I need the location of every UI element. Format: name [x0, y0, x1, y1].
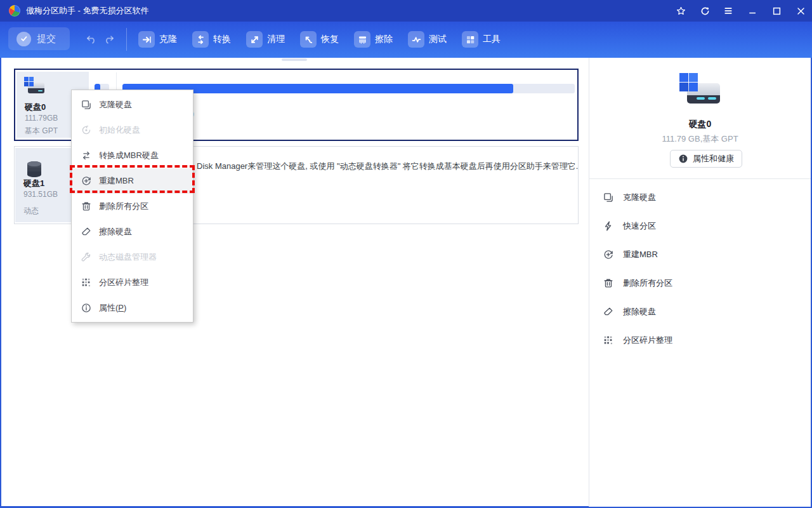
app-logo-icon [9, 5, 20, 17]
initialize-disk-icon [81, 124, 92, 136]
clean-icon [246, 31, 263, 48]
toolbar-recover-button[interactable]: 恢复 [300, 31, 339, 48]
horizontal-scrollbar-thumb[interactable] [282, 58, 307, 61]
disk0-icon [24, 77, 46, 97]
quick-partition-icon [603, 220, 614, 232]
menu-item-wipe-disk[interactable]: 擦除硬盘 [72, 219, 193, 244]
test-icon [408, 31, 424, 48]
properties-health-button[interactable]: 属性和健康 [670, 150, 742, 168]
properties-icon [81, 302, 92, 314]
toolbar-convert-label: 转换 [213, 34, 231, 45]
toolbar-clone-label: 克隆 [159, 34, 177, 45]
sidebar-rule [589, 178, 811, 179]
maximize-button[interactable] [770, 4, 783, 17]
redo-button[interactable] [102, 33, 115, 49]
toolbar-tools-button[interactable]: 工具 [462, 31, 501, 48]
sidebar-action-delete-all-partitions[interactable]: 删除所有分区 [603, 269, 799, 297]
toolbar-convert-button[interactable]: 转换 [192, 31, 232, 48]
sidebar-disk-icon [679, 73, 721, 106]
dynamic-disk-message: Disk Manager来管理这个硬盘, 或使用 "动态硬盘转换器" 将它转换成… [197, 161, 584, 172]
toolbar: 提交 克隆 转换 [0, 22, 812, 58]
toolbar-clean-label: 清理 [267, 34, 285, 45]
favorite-star-icon[interactable] [674, 4, 687, 17]
disk1-icon [25, 161, 44, 177]
disk0-size: 111.79GB [25, 114, 58, 123]
recover-icon [300, 31, 317, 48]
delete-all-partitions-icon [81, 201, 92, 212]
submit-button-label: 提交 [37, 33, 56, 45]
delete-all-partitions-icon [603, 277, 614, 289]
toolbar-erase-label: 擦除 [375, 34, 393, 45]
clone-disk-icon [603, 192, 614, 203]
toolbar-tools-label: 工具 [483, 34, 501, 45]
toolbar-erase-button[interactable]: 擦除 [354, 31, 393, 48]
clone-icon [138, 31, 155, 48]
hamburger-menu-icon[interactable] [722, 4, 735, 17]
toolbar-test-button[interactable]: 测试 [408, 31, 447, 48]
sidebar-disk-detail: 111.79 GB,基本 GPT [589, 133, 811, 145]
info-circle-icon [678, 154, 688, 164]
sidebar-action-defrag[interactable]: 分区碎片整理 [603, 326, 799, 354]
toolbar-clone-button[interactable]: 克隆 [138, 31, 178, 48]
rebuild-mbr-icon [603, 249, 614, 260]
update-sync-icon[interactable] [698, 4, 711, 17]
defrag-icon [81, 277, 92, 288]
menu-item-dynamic-disk-manager[interactable]: 动态磁盘管理器 [72, 244, 193, 270]
wipe-disk-icon [81, 226, 92, 237]
convert-icon [192, 31, 209, 48]
disk1-size: 931.51GB [23, 190, 58, 199]
defrag-icon [603, 335, 614, 346]
sidebar-action-wipe-disk[interactable]: 擦除硬盘 [603, 297, 799, 326]
disk1-name: 硬盘1 [23, 178, 44, 189]
rebuild-mbr-highlight-box [70, 165, 195, 193]
sidebar-action-clone-disk[interactable]: 克隆硬盘 [603, 183, 799, 211]
titlebar: 傲梅分区助手 - 免费无损分区软件 [0, 0, 812, 22]
erase-icon [354, 31, 370, 48]
sidebar-action-quick-partition[interactable]: 快速分区 [603, 211, 799, 240]
disk0-name: 硬盘0 [25, 102, 46, 113]
minimize-button[interactable] [746, 4, 759, 17]
toolbar-clean-button[interactable]: 清理 [246, 31, 285, 48]
disk1-type: 动态 [23, 206, 39, 217]
window-frame-left [0, 58, 1, 508]
tools-icon [462, 31, 478, 48]
sidebar: 硬盘0 111.79 GB,基本 GPT 属性和健康 克隆硬盘 快速分区 [589, 58, 811, 507]
menu-item-properties[interactable]: 属性(P) [72, 295, 193, 321]
convert-to-mbr-icon [81, 150, 92, 161]
window-title: 傲梅分区助手 - 免费无损分区软件 [26, 0, 149, 22]
undo-button[interactable] [85, 33, 98, 49]
sidebar-disk-name: 硬盘0 [589, 119, 811, 130]
wipe-disk-icon [603, 306, 614, 318]
toolbar-separator [126, 28, 127, 51]
check-circle-icon [16, 32, 31, 46]
toolbar-test-label: 测试 [429, 34, 447, 45]
aomei-partition-assistant-window: 傲梅分区助手 - 免费无损分区软件 提交 [0, 0, 812, 508]
dynamic-disk-manager-icon [81, 251, 92, 263]
submit-button[interactable]: 提交 [8, 27, 70, 50]
toolbar-recover-label: 恢复 [321, 34, 339, 45]
close-button[interactable] [794, 4, 807, 17]
sidebar-action-rebuild-mbr[interactable]: 重建MBR [603, 240, 799, 269]
menu-item-defrag[interactable]: 分区碎片整理 [72, 270, 193, 295]
menu-item-clone-disk[interactable]: 克隆硬盘 [72, 92, 193, 117]
disk-context-menu: 克隆硬盘 初始化硬盘 转换成MBR硬盘 重建MBR 删除所有分区 [71, 90, 193, 323]
disk0-type: 基本 GPT [25, 126, 58, 137]
clone-disk-icon [81, 99, 92, 110]
menu-item-initialize-disk[interactable]: 初始化硬盘 [72, 117, 193, 143]
menu-item-convert-to-mbr[interactable]: 转换成MBR硬盘 [72, 143, 193, 168]
menu-item-delete-all-partitions[interactable]: 删除所有分区 [72, 194, 193, 219]
